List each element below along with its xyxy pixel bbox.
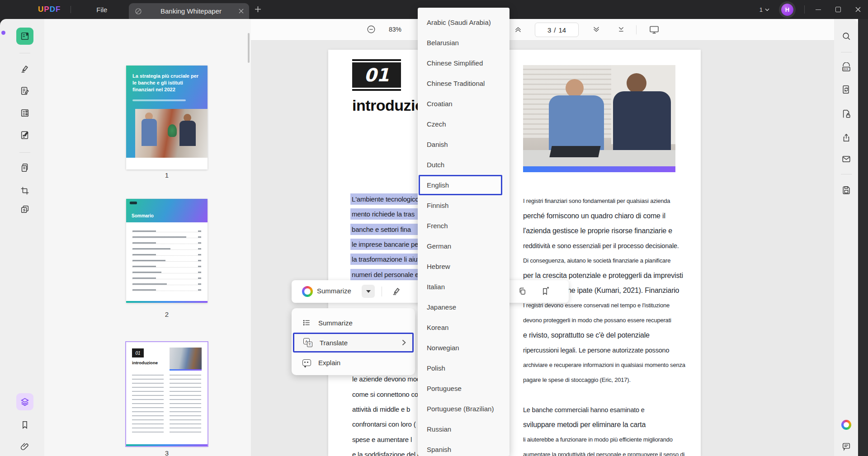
selected-text-line: banche e settori fina <box>350 222 429 237</box>
page-thumbnail-3-selected[interactable]: 01 introduzione <box>126 342 208 446</box>
page-current: 3 <box>547 26 551 34</box>
document-tab[interactable]: Banking Whitepaper <box>129 3 249 19</box>
thumbnail-scrollbar[interactable] <box>248 33 250 63</box>
updf-ai-sidebar-icon[interactable] <box>838 416 855 433</box>
language-option[interactable]: Belarusian <box>418 33 509 53</box>
language-option[interactable]: Chinese Simplified <box>418 53 509 73</box>
language-option[interactable]: Hebrew <box>418 256 509 277</box>
new-tab-button[interactable] <box>255 6 261 13</box>
attachment-panel-button[interactable] <box>16 438 33 455</box>
text-line: Le banche commerciali hanno esaminato e <box>523 402 685 417</box>
slides-tool-button[interactable] <box>16 201 33 218</box>
add-bookmark-icon[interactable] <box>540 286 550 296</box>
comment-edit-tool-button[interactable] <box>16 82 33 99</box>
bookmark-panel-button[interactable] <box>16 416 33 433</box>
text-line: e rivisto, soprattutto se c'è del potenz… <box>523 328 685 343</box>
language-option[interactable]: Croatian <box>418 94 509 114</box>
selected-text-block[interactable]: L'ambiente tecnologicomento richiede la … <box>350 192 429 282</box>
copy-icon[interactable] <box>518 287 527 296</box>
selected-text-line: la trasformazione li aiut <box>350 252 429 267</box>
search-icon[interactable] <box>838 28 855 45</box>
list-icon <box>302 318 311 327</box>
selected-text-line: le imprese bancarie pe <box>350 237 429 252</box>
language-option[interactable]: German <box>418 236 509 256</box>
rail-divider <box>19 53 30 53</box>
language-option[interactable]: Japanese <box>418 297 509 317</box>
thumb3-chapter: 01 <box>132 348 144 357</box>
organize-pages-button[interactable] <box>16 159 33 176</box>
language-option[interactable]: French <box>418 216 509 236</box>
text-line: l'azienda gestisce le proprie risorse fi… <box>523 223 685 238</box>
page-edit-tool-button[interactable] <box>16 127 33 144</box>
zoom-percent[interactable]: 83% <box>389 26 401 33</box>
tab-title: Banking Whitepaper <box>147 7 235 15</box>
right-tool-rail: OCR <box>834 19 858 456</box>
zoom-out-icon[interactable] <box>366 24 376 34</box>
updf-ai-icon <box>302 286 313 297</box>
summarize-dropdown-button[interactable] <box>362 285 375 298</box>
photo-gradient-bar <box>523 166 675 172</box>
minimize-button[interactable] <box>811 0 825 19</box>
menu-file[interactable]: File <box>81 6 123 14</box>
translate-language-menu: Arabic (Saudi Arabia)BelarusianChinese S… <box>418 8 509 456</box>
left-tool-rail <box>0 19 44 456</box>
menu-item-summarize[interactable]: Summarize <box>292 313 415 333</box>
language-option[interactable]: Danish <box>418 134 509 155</box>
rail-divider <box>841 174 852 174</box>
highlighter-tool-button[interactable] <box>16 60 33 77</box>
language-option[interactable]: Finnish <box>418 195 509 216</box>
presentation-icon[interactable] <box>649 24 660 35</box>
first-page-icon[interactable] <box>513 24 523 34</box>
maximize-button[interactable] <box>831 0 845 19</box>
language-option[interactable]: Russian <box>418 419 509 439</box>
ai-context-menu: Summarize A文 Translate Explain <box>292 308 415 375</box>
crop-tool-button[interactable] <box>16 182 33 199</box>
annotation-icon[interactable] <box>838 438 855 455</box>
language-option[interactable]: Dutch <box>418 155 509 175</box>
ocr-icon[interactable]: OCR <box>838 59 855 76</box>
view-toolbar: 83% 3 / 14 <box>251 19 858 41</box>
save-icon[interactable] <box>838 181 855 198</box>
page-thumbnail-2[interactable]: Sommario <box>126 199 208 303</box>
chapter-number-box: 01 <box>352 59 401 91</box>
avatar[interactable]: H <box>781 4 793 16</box>
text-line: pagare le spese di stoccaggio (Eric, 201… <box>523 372 685 387</box>
text-line: li aiuterebbe a funzionare in modo più e… <box>523 432 685 447</box>
page-number-box[interactable]: 3 / 14 <box>535 23 579 37</box>
toolbar-divider <box>636 25 637 34</box>
reader-mode-button[interactable] <box>16 28 33 45</box>
layers-panel-button[interactable] <box>16 393 33 410</box>
language-option[interactable]: Portuguese <box>418 378 509 399</box>
language-option[interactable]: Portuguese (Brazilian) <box>418 399 509 419</box>
language-option[interactable]: Norwegian <box>418 338 509 358</box>
scale-indicator[interactable]: 1 <box>760 6 769 13</box>
pdf-page[interactable]: 01 introduzione L'ambiente tecnologicome… <box>328 50 701 456</box>
convert-icon[interactable] <box>838 81 855 98</box>
highlight-tool-icon[interactable] <box>392 286 401 296</box>
ai-assistant-dot[interactable] <box>1 31 5 35</box>
last-page-icon[interactable] <box>616 24 626 34</box>
page-thumbnail-1[interactable]: La strategia più cruciale per le banche … <box>126 66 208 169</box>
tab-close-icon[interactable] <box>239 9 244 14</box>
close-button[interactable] <box>851 0 865 19</box>
language-option[interactable]: Arabic (Saudi Arabia) <box>418 12 509 33</box>
menu-item-explain[interactable]: Explain <box>292 353 415 372</box>
chapter-number: 01 <box>352 62 401 88</box>
language-option[interactable]: Italian <box>418 277 509 297</box>
thumb3-heading: introduzione <box>132 360 158 365</box>
language-option[interactable]: Chinese Traditional <box>418 73 509 94</box>
mail-icon[interactable] <box>838 150 855 168</box>
selected-text-line: mento richiede la tras <box>350 207 429 221</box>
language-option[interactable]: Korean <box>418 317 509 338</box>
language-option[interactable]: Czech <box>418 114 509 134</box>
share-icon[interactable] <box>838 129 855 146</box>
form-tool-button[interactable] <box>16 104 33 122</box>
menu-item-translate[interactable]: A文 Translate <box>293 333 414 353</box>
language-option[interactable]: Polish <box>418 358 509 378</box>
language-option[interactable]: English <box>419 175 502 195</box>
rail-divider <box>841 52 852 52</box>
protect-icon[interactable] <box>838 105 855 122</box>
next-page-icon[interactable] <box>591 24 601 34</box>
summarize-button[interactable]: Summarize <box>317 287 351 295</box>
language-option[interactable]: Spanish <box>418 439 509 456</box>
